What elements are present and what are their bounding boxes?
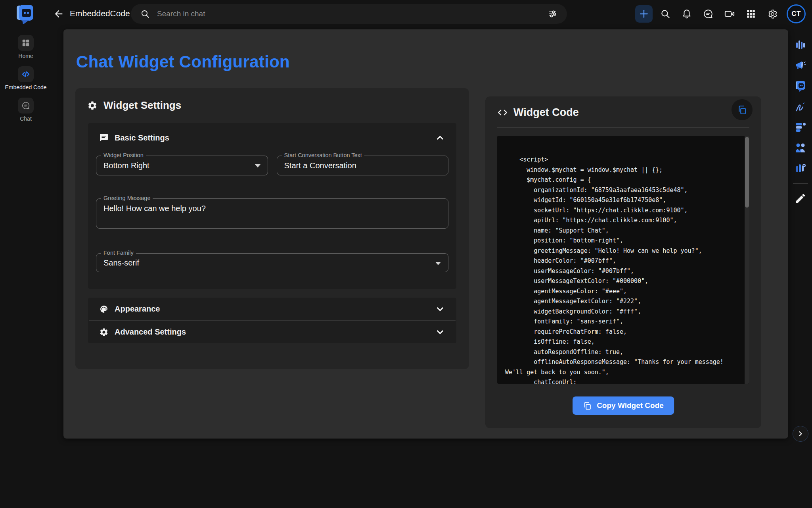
- chat-messages-icon[interactable]: [699, 5, 717, 23]
- people-icon[interactable]: [795, 142, 806, 154]
- field-label: Font Family: [101, 250, 136, 256]
- sidebar-item-embedded-code[interactable]: Embedded Code: [5, 66, 46, 90]
- topbar-actions: CT: [635, 0, 806, 28]
- search-input[interactable]: [157, 10, 543, 18]
- top-bar: EmbeddedCode: [0, 0, 812, 28]
- apps-grid-icon[interactable]: [742, 5, 760, 23]
- filter-tune-icon[interactable]: [548, 9, 557, 19]
- accordion-label: Appearance: [115, 304, 429, 314]
- chat-bubble-icon: [21, 101, 30, 110]
- field-value: Sans-serif: [96, 254, 448, 272]
- accordion-advanced-header[interactable]: Advanced Settings: [88, 321, 456, 343]
- page-title: Chat Widget Configuration: [76, 52, 290, 71]
- widget-code-title: Widget Code: [513, 106, 579, 119]
- settings-gear-icon[interactable]: [764, 5, 781, 23]
- toolbar-divider: [793, 183, 808, 184]
- stats-check-icon[interactable]: [795, 163, 806, 175]
- home-grid-icon: [21, 38, 30, 47]
- divider: [497, 127, 749, 128]
- expand-panel-button[interactable]: [793, 426, 808, 442]
- chevron-down-icon[interactable]: [435, 327, 445, 337]
- greeting-message-input[interactable]: Greeting Message Hello! How can we help …: [96, 198, 448, 229]
- search-icon-button[interactable]: [657, 5, 674, 23]
- copy-button-label: Copy Widget Code: [597, 401, 664, 410]
- sidebar-item-chat[interactable]: Chat: [18, 98, 34, 122]
- chevron-up-icon[interactable]: [435, 133, 445, 143]
- widget-settings-card: Widget Settings Basic Settings: [75, 88, 469, 369]
- accordion-basic-settings: Basic Settings Widget Position Bottom Ri…: [88, 123, 456, 289]
- sidebar-item-label: Embedded Code: [5, 84, 46, 90]
- notifications-bell-icon[interactable]: [678, 5, 695, 23]
- left-sidebar: Home Embedded Code Chat: [0, 28, 52, 508]
- settings-gear-icon: [87, 100, 98, 111]
- app-logo-icon[interactable]: [14, 4, 35, 24]
- add-button[interactable]: [635, 5, 653, 23]
- projects-list-icon[interactable]: [795, 121, 806, 133]
- sidebar-item-label: Home: [18, 53, 33, 59]
- start-button-text-input[interactable]: Start Conversation Button Text Start a C…: [277, 156, 449, 175]
- video-call-icon[interactable]: [721, 5, 738, 23]
- sidebar-item-label: Chat: [20, 115, 32, 122]
- accordion-group-collapsed: Appearance Advanced Settings: [88, 298, 456, 343]
- copy-widget-code-button[interactable]: Copy Widget Code: [573, 396, 674, 415]
- widget-settings-title: Widget Settings: [103, 99, 181, 112]
- palette-icon: [99, 304, 109, 314]
- back-arrow-icon[interactable]: [53, 8, 64, 19]
- sidebar-item-home[interactable]: Home: [18, 35, 34, 59]
- main-content-panel: Chat Widget Configuration Widget Setting…: [63, 29, 788, 439]
- search-bar[interactable]: [131, 4, 567, 24]
- chat-app-icon[interactable]: [795, 80, 806, 92]
- dropdown-caret-icon: [255, 164, 260, 167]
- widget-position-select[interactable]: Widget Position Bottom Right: [96, 156, 268, 175]
- code-scrollbar-track[interactable]: [745, 136, 749, 384]
- accordion-label: Basic Settings: [115, 133, 429, 142]
- user-avatar[interactable]: CT: [787, 4, 806, 23]
- chevron-down-icon[interactable]: [435, 304, 445, 314]
- widget-code-text: <script> window.$mychat = window.$mychat…: [497, 136, 749, 384]
- signature-icon[interactable]: [795, 101, 806, 113]
- campaigns-megaphone-icon[interactable]: [795, 60, 806, 71]
- copy-icon: [737, 105, 747, 115]
- field-value: Start a Conversation: [277, 156, 448, 175]
- code-icon: [21, 69, 31, 79]
- accordion-basic-settings-header[interactable]: Basic Settings: [88, 123, 456, 152]
- code-scrollbar-thumb[interactable]: [745, 137, 749, 208]
- copy-icon: [583, 401, 592, 410]
- breadcrumb-title: EmbeddedCode: [70, 9, 130, 18]
- field-label: Greeting Message: [101, 195, 153, 201]
- settings-gear-icon: [99, 327, 109, 337]
- widget-code-block[interactable]: <script> window.$mychat = window.$mychat…: [497, 136, 749, 384]
- chevron-right-icon: [797, 430, 804, 438]
- message-icon: [99, 133, 109, 142]
- code-brackets-icon: [497, 107, 508, 118]
- avatar-initials: CT: [791, 10, 801, 18]
- accordion-label: Advanced Settings: [115, 327, 429, 337]
- font-family-select[interactable]: Font Family Sans-serif: [96, 253, 448, 272]
- dropdown-caret-icon: [435, 262, 441, 265]
- field-label: Widget Position: [101, 152, 146, 158]
- widget-code-card: Widget Code <script> window.$mychat = wi…: [485, 96, 761, 428]
- field-label: Start Conversation Button Text: [282, 152, 364, 158]
- search-icon: [140, 9, 150, 19]
- copy-code-icon-button[interactable]: [732, 99, 753, 120]
- analytics-icon[interactable]: [795, 39, 806, 51]
- field-value: Bottom Right: [96, 156, 268, 175]
- accordion-appearance-header[interactable]: Appearance: [88, 298, 456, 320]
- edit-pencil-icon[interactable]: [795, 192, 806, 204]
